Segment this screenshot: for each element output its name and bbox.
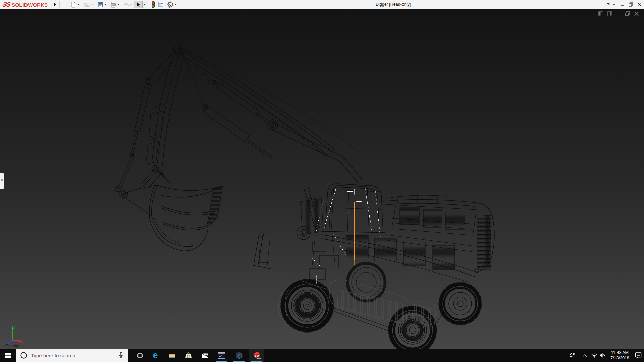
doc-minimize-icon [617,12,622,16]
triad-y-label: Y [14,325,16,328]
windows-logo-icon [5,352,11,358]
undo-dropdown[interactable] [130,4,132,6]
speaker-muted-icon [600,353,606,358]
app-minimize-button[interactable] [619,1,626,8]
open-button[interactable] [84,1,91,8]
options-dropdown[interactable] [175,4,177,6]
clock[interactable]: 11:48 AM 7/13/2018 [606,350,634,361]
pane-right-icon [607,11,612,16]
file-explorer-button[interactable] [164,349,179,362]
restore-icon [629,2,633,7]
solidworks-taskbar-button[interactable]: SW 2017 [249,349,264,362]
open-folder-icon [84,2,91,8]
print-icon [110,2,116,8]
brand-solid: SOLID [12,2,28,8]
cmd-prompt-text: C:\_ [219,354,224,357]
hexagon-app-button[interactable] [232,349,247,362]
ds-logo-mark: ЗS [2,0,11,9]
window-title: Digger [Read-only] [376,2,411,7]
hexagon-app-icon [235,352,243,359]
sw-icon-letters: SW [254,354,260,357]
app-close-button[interactable] [636,1,643,8]
mail-icon [202,353,209,358]
cortana-icon [20,352,28,359]
toolbar-expand-button[interactable] [52,1,58,8]
clock-time: 11:48 AM [606,350,634,355]
select-cursor-icon [134,1,143,8]
start-button[interactable] [0,349,16,362]
task-view-button[interactable] [132,349,147,362]
digger-wireframe-model[interactable] [115,46,494,349]
microphone-icon[interactable] [118,352,124,359]
mail-button[interactable] [198,349,213,362]
print-button[interactable] [110,1,117,8]
search-input[interactable] [31,353,118,358]
save-button[interactable] [97,1,104,8]
open-dropdown[interactable] [91,4,93,6]
app-restore-button[interactable] [628,1,634,8]
clock-date: 7/13/2018 [606,355,634,361]
wheel-rear-right[interactable] [439,282,482,325]
new-document-dropdown[interactable] [78,4,80,6]
solidworks-window: ЗSSOLIDWORKS [0,0,644,362]
taskbar-search[interactable] [16,349,128,362]
minimize-icon [621,3,625,7]
edge-browser-button[interactable]: e [148,349,163,362]
select-tool-dropdown[interactable] [144,4,146,6]
solidworks-logo: ЗSSOLIDWORKS [3,0,48,9]
people-button[interactable] [566,349,578,362]
gear-icon [167,1,174,8]
microsoft-store-button[interactable] [181,349,196,362]
doc-pane-left-button[interactable] [598,11,604,17]
panel-flyout-knob [1,179,3,181]
print-dropdown[interactable] [117,4,119,6]
orientation-triad: Y X Z [3,318,31,346]
help-button[interactable]: ? [605,1,612,8]
3d-viewport[interactable]: Y X Z *Dimetric [0,9,644,349]
flyout-arrow-icon [53,2,56,7]
command-prompt-button[interactable]: C:\_ [214,349,229,362]
action-center-icon [635,352,642,359]
wifi-icon [591,353,597,358]
display-settings-button[interactable] [158,1,165,8]
save-floppy-icon [97,2,103,8]
titlebar: ЗSSOLIDWORKS [0,0,644,9]
panel-flyout-tab[interactable] [0,173,4,189]
action-center-button[interactable] [633,349,644,362]
undo-button[interactable] [123,1,130,8]
solidworks-app-icon: SW 2017 [252,351,261,360]
doc-minimize-button[interactable] [616,11,622,17]
chevron-up-icon [583,354,587,357]
doc-pane-right-button[interactable] [607,11,613,17]
properties-list-icon [158,2,164,8]
close-icon [638,3,642,7]
new-document-icon [70,2,76,8]
save-dropdown[interactable] [104,4,106,6]
triad-x-label: X [23,343,24,345]
rebuild-button[interactable] [150,1,157,8]
doc-restore-button[interactable] [625,11,631,17]
taskbar: e [0,349,644,362]
doc-close-button[interactable] [633,11,639,17]
doc-close-icon [634,12,639,16]
traffic-light-icon [150,1,156,8]
wheel-front-left[interactable] [281,279,334,332]
people-icon [569,353,576,358]
select-tool-button[interactable] [134,1,143,8]
help-dropdown[interactable] [613,4,615,6]
new-document-button[interactable] [70,1,77,8]
edge-icon: e [153,351,158,360]
microsoft-store-icon [185,352,192,359]
toolbar-separator [59,1,60,8]
tray-overflow-button[interactable] [580,349,590,362]
file-explorer-icon [168,352,175,358]
options-button[interactable] [167,1,174,8]
brand-works: WORKS [28,2,48,8]
command-prompt-icon: C:\_ [218,352,225,359]
view-orientation-label: *Dimetric [4,344,20,348]
model-canvas[interactable] [0,9,644,349]
pane-left-icon [598,11,603,16]
sw-icon-year: 2017 [256,358,261,360]
doc-restore-icon [625,11,630,16]
select-tool-group [134,1,147,8]
